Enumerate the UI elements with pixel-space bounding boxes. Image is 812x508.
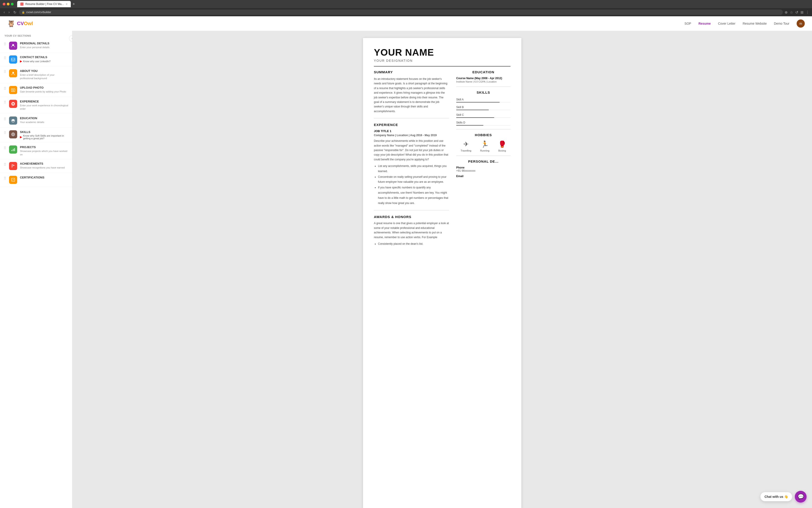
sidebar-item-personal[interactable]: ⠿ PERSONAL DETAILS Enter your personal d…: [0, 39, 72, 53]
cv-education-course: Course Name (May 2008 - Apr 2012): [456, 77, 511, 80]
drag-handle-skills[interactable]: ⠿: [4, 131, 6, 135]
nav-sop[interactable]: SOP: [684, 22, 691, 25]
nav-cover-letter[interactable]: Cover Letter: [718, 22, 735, 25]
youtube-text-contact[interactable]: Know why use LinkedIn?: [23, 60, 51, 62]
drag-handle-education[interactable]: ⠿: [4, 117, 6, 121]
svg-point-4: [12, 90, 14, 91]
drag-handle-projects[interactable]: ⠿: [4, 146, 6, 150]
drag-handle-about[interactable]: ⠿: [4, 70, 6, 74]
cv-designation: YOUR DESIGNATION: [374, 59, 511, 62]
sidebar-item-education[interactable]: ⠿ EDUCATION Your academic details: [0, 114, 72, 128]
photo-desc: Gain brownie points by adding your Photo: [20, 90, 69, 93]
cv-summary-section: SUMMARY Its an introductory statement fo…: [374, 70, 449, 114]
new-tab-button[interactable]: +: [73, 2, 75, 7]
youtube-icon-skills: ▶: [20, 135, 22, 139]
reload-button[interactable]: ↻: [12, 10, 17, 14]
photo-content: UPLOAD PHOTO Gain brownie points by addi…: [20, 86, 69, 93]
projects-content: PROJECTS Showcase projects which you hav…: [20, 145, 69, 157]
svg-rect-1: [11, 58, 15, 61]
nav-demo-tour[interactable]: Demo Tour: [774, 22, 789, 25]
maximize-dot[interactable]: [11, 3, 13, 5]
sidebar-item-achievements[interactable]: ⠿ ACHIEVEMENTS Showcase recognitions you…: [0, 159, 72, 173]
projects-desc: Showcase projects which you have worked …: [20, 150, 69, 157]
running-icon: 🏃: [481, 140, 489, 148]
active-tab[interactable]: Resume Builder | Free CV Ma... ✕: [17, 1, 71, 7]
youtube-text-skills[interactable]: Know why Soft Skills are important in ge…: [23, 134, 69, 140]
cv-awards-section: AWARDS & HONORS A great resume is one th…: [374, 215, 449, 246]
sidebar-item-photo[interactable]: ⠿ UPLOAD PHOTO Gain brownie points by ad…: [0, 83, 72, 97]
sidebar-item-projects[interactable]: ⠿ PROJECTS Showcase projects which you h…: [0, 143, 72, 160]
tab-close-button[interactable]: ✕: [66, 3, 68, 6]
chat-widget: Chat with us 👋 💬: [760, 491, 807, 503]
drag-handle-certifications[interactable]: ⠿: [4, 176, 6, 180]
logo-text: CVOwl: [17, 20, 33, 27]
award-bullet-1: Consistently placed on the dean's list.: [378, 241, 449, 247]
refresh-icon[interactable]: ↺: [795, 10, 798, 14]
forward-button[interactable]: ›: [7, 10, 10, 14]
logo[interactable]: 🦉 CVOwl: [7, 20, 33, 27]
personal-desc: Enter your personal details: [20, 46, 69, 49]
cv-education-divider: [456, 87, 511, 87]
contact-content: CONTACT DETAILS ▶ Know why use LinkedIn?: [20, 55, 69, 63]
lock-icon: 🔒: [22, 11, 25, 14]
user-avatar[interactable]: m: [797, 19, 805, 28]
cv-summary-divider: [374, 118, 449, 118]
svg-rect-10: [11, 150, 12, 151]
svg-rect-3: [11, 89, 15, 92]
nav-resume-website[interactable]: Resume Website: [742, 22, 767, 25]
sidebar-item-experience[interactable]: ⠿ EXPERIENCE Enter your work experience …: [0, 97, 72, 114]
cv-awards-text: A great resume is one that gives a poten…: [374, 221, 449, 240]
skills-content: SKILLS ▶ Know why Soft Skills are import…: [20, 130, 69, 140]
close-dot[interactable]: [3, 3, 5, 5]
browser-action-buttons: ⊕ ☆ ↺ ⊞ ⋮: [785, 10, 809, 14]
contact-icon: [9, 55, 17, 64]
education-title: EDUCATION: [20, 117, 69, 120]
chat-bubble-text: Chat with us 👋: [765, 495, 788, 499]
chat-button[interactable]: 💬: [795, 491, 807, 503]
experience-content: EXPERIENCE Enter your work experience in…: [20, 100, 69, 111]
svg-rect-12: [14, 148, 15, 151]
certifications-icon: [9, 176, 17, 184]
sidebar-item-certifications[interactable]: ⠿ CERTIFICATIONS: [0, 173, 72, 187]
browser-tabs: Resume Builder | Free CV Ma... ✕ +: [17, 1, 809, 7]
drag-handle-contact[interactable]: ⠿: [4, 56, 6, 60]
sidebar-item-about[interactable]: ⠿ ABOUT YOU Enter a brief description of…: [0, 67, 72, 83]
browser-chrome: Resume Builder | Free CV Ma... ✕ +: [0, 0, 812, 8]
skill-bar-b: [456, 110, 489, 110]
cv-personal-title: PERSONAL DE...: [456, 160, 511, 163]
achievements-content: ACHIEVEMENTS Showcase recognitions you h…: [20, 162, 69, 169]
education-icon: [9, 117, 17, 125]
achievements-icon: [9, 162, 17, 170]
sidebar-item-skills[interactable]: ⠿ SKILLS ▶ Know why Soft Skills are impo…: [0, 128, 72, 143]
cv-skill-b: Skill B: [456, 105, 511, 110]
address-input[interactable]: 🔒 cvowl.com/cv/builder: [19, 9, 783, 15]
cv-experience-divider: [374, 210, 449, 210]
tab-title: Resume Builder | Free CV Ma...: [25, 2, 64, 6]
bookmark-icon[interactable]: ☆: [790, 10, 793, 14]
extensions-icon[interactable]: ⊞: [801, 10, 803, 14]
experience-title: EXPERIENCE: [20, 100, 69, 103]
drag-handle-achievements[interactable]: ⠿: [4, 162, 6, 167]
drag-handle-personal[interactable]: ⠿: [4, 42, 6, 46]
youtube-icon-contact: ▶: [20, 59, 22, 63]
education-desc: Your academic details: [20, 121, 69, 124]
nav-resume[interactable]: Resume: [698, 22, 711, 25]
drag-handle-photo[interactable]: ⠿: [4, 86, 6, 91]
back-button[interactable]: ‹: [3, 10, 6, 14]
about-desc: Enter a brief description of your profes…: [20, 73, 69, 80]
cv-skill-d: Skills D: [456, 121, 511, 126]
cv-left-column: SUMMARY Its an introductory statement fo…: [374, 70, 449, 247]
cv-hobbies-divider: [456, 156, 511, 156]
drag-handle-experience[interactable]: ⠿: [4, 100, 6, 104]
cv-job-meta: Company Name | Location | Aug 2016 - May…: [374, 134, 449, 137]
projects-title: PROJECTS: [20, 145, 69, 149]
skills-title: SKILLS: [20, 130, 69, 134]
cv-personal-section: PERSONAL DE... Phone +91 98xxxxxxxx Emai…: [456, 160, 511, 178]
sidebar-item-contact[interactable]: ⠿ CONTACT DETAILS ▶ Know why use LinkedI…: [0, 53, 72, 67]
contact-youtube: ▶ Know why use LinkedIn?: [20, 59, 69, 63]
education-content: EDUCATION Your academic details: [20, 117, 69, 124]
menu-icon[interactable]: ⋮: [806, 10, 809, 14]
search-icon[interactable]: ⊕: [785, 10, 787, 14]
sidebar: YOUR CV SECTIONS ‹ ⠿ PERSONAL DETAILS En…: [0, 31, 72, 508]
minimize-dot[interactable]: [7, 3, 9, 5]
